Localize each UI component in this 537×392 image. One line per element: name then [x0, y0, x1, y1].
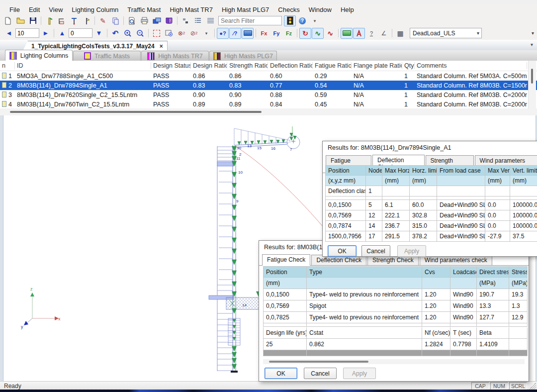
- vertical-scrollbar[interactable]: [528, 61, 536, 108]
- force-x-icon[interactable]: Fx: [258, 28, 270, 39]
- dimension-query-icon[interactable]: ?: [365, 28, 377, 39]
- help-book-icon[interactable]: ?: [163, 15, 175, 26]
- traffic-mast-tool-icon[interactable]: [56, 15, 68, 26]
- print-icon[interactable]: [138, 15, 150, 26]
- close-icon[interactable]: ×: [160, 43, 163, 50]
- menu-checks[interactable]: Checks: [273, 5, 304, 14]
- deflected-shape-icon[interactable]: [341, 28, 353, 39]
- column-header[interactable]: Design Ratio: [191, 62, 227, 69]
- sort-icon[interactable]: [179, 15, 191, 26]
- loadcase-select[interactable]: DeadLoad_ULS ▾: [410, 28, 482, 38]
- menu-edit[interactable]: Edit: [24, 5, 44, 14]
- table-row[interactable]: 0,0,756912222.1302.8Dead+Wind90 SLS0.010…: [325, 210, 537, 221]
- menu-window[interactable]: Window: [304, 5, 336, 14]
- zoom-window-icon[interactable]: [151, 28, 163, 39]
- cancel-button[interactable]: Cancel: [361, 245, 390, 257]
- nav-down-button[interactable]: ▼: [93, 28, 105, 39]
- apply-button[interactable]: Apply: [343, 368, 376, 379]
- tab-high-masts-tr7[interactable]: High Masts TR7: [141, 51, 209, 61]
- axis-angle-icon[interactable]: ∠: [378, 28, 390, 39]
- menu-help[interactable]: Help: [336, 5, 358, 14]
- table-row[interactable]: Design life (yrs)CstatNf (c/sec)T (sec)B…: [263, 327, 528, 339]
- frame-view-icon[interactable]: [353, 28, 365, 39]
- search-filter-input[interactable]: [218, 16, 282, 25]
- column-header[interactable]: Comments: [415, 62, 527, 69]
- scrollbar-thumb[interactable]: [531, 69, 533, 84]
- table-row[interactable]: 15MO3A_Drw7788Single_A1_C500PASS0.860.86…: [0, 71, 537, 81]
- high-mast-plg7-tool-icon[interactable]: [81, 15, 92, 26]
- ok-button[interactable]: OK: [328, 245, 357, 257]
- tab-high-masts-plg7[interactable]: High Masts PLG7: [209, 51, 277, 61]
- help-icon[interactable]: ?: [296, 15, 308, 26]
- undo-icon[interactable]: ↶: [109, 28, 121, 39]
- copy-icon[interactable]: [109, 15, 121, 26]
- table-row[interactable]: 38M03B(114)_Drw7620Single_C2_15.5LntrnPA…: [0, 90, 537, 99]
- tab-overflow-icon[interactable]: ▾: [531, 42, 533, 47]
- resize-grip[interactable]: [529, 383, 536, 390]
- zoom-extents-icon[interactable]: [163, 28, 175, 39]
- zoom-overflow-icon[interactable]: ▾: [200, 28, 212, 39]
- apply-button[interactable]: Apply: [397, 245, 426, 257]
- list-view-icon[interactable]: [192, 15, 204, 26]
- lighting-column-tool-icon[interactable]: [43, 15, 55, 26]
- column-header[interactable]: Deflection Ratio: [268, 62, 313, 69]
- moment-graph-y-icon[interactable]: ∿: [312, 28, 324, 39]
- edit-pencil-icon[interactable]: ✎: [97, 15, 109, 26]
- high-mast-tr7-tool-icon[interactable]: [68, 15, 80, 26]
- column-header[interactable]: Flange plate Ratio: [352, 62, 402, 69]
- y-position-input[interactable]: [69, 28, 92, 38]
- table-row[interactable]: 0,0,7825Type4- weld to previous no reinf…: [263, 312, 528, 323]
- new-document-icon[interactable]: [2, 15, 14, 26]
- column-header[interactable]: ID: [15, 62, 151, 69]
- nav-back-button[interactable]: ◄: [3, 28, 15, 39]
- deactivate-nodes-icon[interactable]: ⊗2: [176, 28, 187, 39]
- open-folder-icon[interactable]: [14, 15, 26, 26]
- node-info-icon[interactable]: ●?: [217, 28, 229, 39]
- moment-rotation-icon[interactable]: ↻: [299, 28, 311, 39]
- force-z-icon[interactable]: Fz: [283, 28, 295, 39]
- table-row[interactable]: 48M03B(114)_Drw760Twin_C2_15.5LntrnPASS0…: [0, 99, 537, 109]
- menu-lighting-column[interactable]: Lighting Column: [67, 5, 123, 14]
- menu-traffic-mast[interactable]: Traffic Mast: [123, 5, 165, 14]
- force-y-icon[interactable]: Fy: [270, 28, 282, 39]
- table-row[interactable]: 0,0,787414236.7315.0Dead+Wind90 SLS0.010…: [325, 221, 537, 231]
- exclude-nodes-icon[interactable]: ⊘2: [188, 28, 200, 39]
- table-row[interactable]: 0,0,150056.160.0Dead+Wind90 SLS0.0100000…: [325, 200, 537, 210]
- export-report-icon[interactable]: [151, 15, 163, 26]
- save-icon[interactable]: [27, 15, 39, 26]
- loadcase-table-icon[interactable]: ▦: [394, 28, 406, 39]
- x-position-input[interactable]: [15, 28, 39, 38]
- document-tab[interactable]: 1_TypicalLightingColsTests_v3.3.17_May24…: [23, 41, 168, 51]
- nav-forward-button[interactable]: ►: [40, 28, 52, 39]
- toolbar-overflow-icon[interactable]: ▾: [309, 15, 321, 26]
- table-row[interactable]: Deflection class1: [325, 186, 537, 196]
- column-header[interactable]: Strength Ratio: [227, 62, 268, 69]
- menu-view[interactable]: View: [44, 5, 67, 14]
- table-row[interactable]: 0,0,7569Spigot1.20Wind9013.31.3: [263, 300, 528, 312]
- table-row[interactable]: 250.8621.28240.77981.4109: [263, 339, 528, 350]
- menu-high-mast-tr7[interactable]: High Mast TR7: [165, 5, 217, 14]
- menu-high-mast-plg7[interactable]: High Mast PLG7: [217, 5, 273, 14]
- scrollbar-thumb[interactable]: [10, 111, 262, 113]
- column-header[interactable]: Fatigue Ratio: [313, 62, 352, 69]
- member-view-icon[interactable]: [242, 28, 254, 39]
- scrollbar-thumb[interactable]: [269, 361, 368, 363]
- print-preview-icon[interactable]: [126, 15, 138, 26]
- tab-lighting-columns[interactable]: Lighting Columns: [5, 50, 73, 61]
- table-row[interactable]: 0,0,1500Type4- weld to previous no reinf…: [263, 289, 528, 300]
- dialog-horizontal-scrollbar[interactable]: [263, 359, 525, 364]
- column-header[interactable]: Qty: [402, 62, 415, 69]
- ok-button[interactable]: OK: [265, 368, 297, 379]
- traffic-light-filter-icon[interactable]: [284, 15, 296, 26]
- secondary-select[interactable]: ▾: [495, 28, 537, 38]
- menu-file[interactable]: File: [5, 5, 24, 14]
- element-info-icon[interactable]: ∕?: [229, 28, 241, 39]
- table-row[interactable]: 1500,0,795617291.5378.2Dead+Wind90 SLS-2…: [325, 231, 537, 242]
- cancel-button[interactable]: Cancel: [304, 368, 337, 379]
- zoom-out-icon[interactable]: [134, 28, 146, 39]
- tab-traffic-masts[interactable]: Traffic Masts: [73, 51, 141, 61]
- nav-up-button[interactable]: ▲: [56, 28, 68, 39]
- grid-view-icon[interactable]: [204, 15, 216, 26]
- column-header[interactable]: n: [0, 62, 15, 69]
- horizontal-scrollbar[interactable]: [0, 108, 537, 116]
